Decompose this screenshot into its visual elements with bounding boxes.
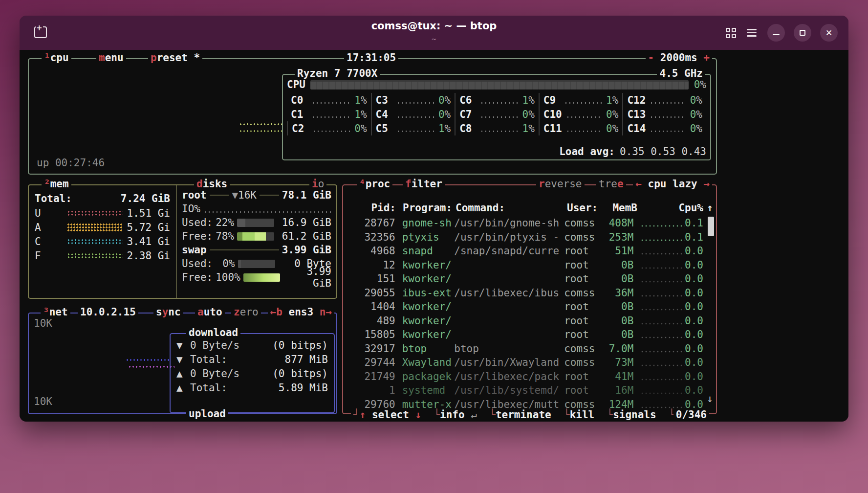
swap-free-label: Free: xyxy=(182,271,213,283)
process-row[interactable]: 29744 Xwayland /usr/bin/Xwayland comss 7… xyxy=(347,356,703,370)
net-stat-name: Total: xyxy=(190,354,227,365)
process-mem: 73M xyxy=(605,357,633,368)
root-disk-size: 78.1 GiB xyxy=(282,189,331,201)
net-stat-name: 0 Byte/s xyxy=(190,339,239,351)
column-cpu[interactable]: Cpu% xyxy=(637,202,703,214)
process-program: gnome-sh xyxy=(402,217,455,229)
proc-box-title[interactable]: ⁴proc xyxy=(357,178,392,190)
process-command: /usr/libexec/ibus xyxy=(454,287,564,299)
process-user: comss xyxy=(564,357,605,368)
net-auto-toggle[interactable]: auto xyxy=(195,306,225,318)
process-program: kworker/ xyxy=(402,329,455,340)
swap-free-bar xyxy=(243,273,280,282)
core-cell: C10 0% xyxy=(539,107,623,121)
tabs-overview-icon[interactable] xyxy=(726,28,736,38)
core-name: C3 xyxy=(376,94,392,106)
core-cell: C13 0% xyxy=(622,107,706,121)
proc-reverse-toggle[interactable]: reverse xyxy=(536,178,585,190)
process-user: root xyxy=(564,329,605,340)
maximize-button[interactable] xyxy=(794,24,811,42)
proc-footer-actions[interactable]: ┘↑ select ↓ └info ↵ └terminate └kill └si… xyxy=(351,408,690,421)
process-cpu-graph xyxy=(640,322,685,325)
swap-free-percent: 100% xyxy=(216,271,240,283)
root-disk-label: root xyxy=(182,189,207,201)
process-row[interactable]: 4968 snapd /snap/snapd/curre root 51M 0.… xyxy=(347,244,703,258)
process-pid: 21749 xyxy=(347,371,395,382)
proc-column-headers[interactable]: Pid: Program: Command: User: MemB Cpu% xyxy=(347,202,703,214)
scroll-down-icon[interactable]: ↓ xyxy=(707,393,713,404)
net-sync-toggle[interactable]: sync xyxy=(153,306,183,318)
process-program: ptyxis xyxy=(402,231,455,243)
mem-row-label: A xyxy=(35,222,51,233)
mem-row-value: 1.51 Gi xyxy=(123,207,170,219)
process-row[interactable]: 12 kworker/ root 0B 0.0 xyxy=(347,258,703,272)
mem-total-label: Total: xyxy=(35,193,72,204)
process-mem: 36M xyxy=(605,287,633,299)
close-button[interactable]: ✕ xyxy=(820,24,838,42)
net-box-title[interactable]: ³net xyxy=(41,306,70,318)
process-cpu: 0.0 xyxy=(685,329,703,340)
direction-arrow-icon: ▲ xyxy=(176,368,190,380)
core-name: C5 xyxy=(376,123,392,134)
proc-tree-toggle[interactable]: tree xyxy=(596,178,626,190)
process-user: comss xyxy=(564,231,605,243)
mem-row-graph xyxy=(67,210,123,216)
process-cpu-graph xyxy=(640,364,685,367)
process-row[interactable]: 32917 btop btop comss 7.0M 0.0 xyxy=(347,342,703,356)
process-row[interactable]: 21749 packagek /usr/libexec/pack root 41… xyxy=(347,370,703,384)
core-usage-graph xyxy=(396,116,434,118)
process-row[interactable]: 1 systemd /usr/lib/systemd/ root 16M 0.0 xyxy=(347,383,703,398)
core-cell: C2 0% xyxy=(287,121,371,135)
process-row[interactable]: 489 kworker/ root 0B 0.0 xyxy=(347,314,703,328)
process-mem: 0B xyxy=(605,301,633,313)
core-usage-graph xyxy=(312,130,350,133)
core-name: C12 xyxy=(627,94,646,106)
cpu-box-title[interactable]: ¹cpu xyxy=(42,51,71,64)
core-usage-graph xyxy=(480,130,518,133)
free-bar xyxy=(237,232,274,241)
swap-header: swap 3.99 GiB xyxy=(182,243,331,257)
core-percent: 1% xyxy=(522,123,535,134)
sort-direction-icon[interactable]: ↑ xyxy=(707,202,713,214)
cpu-core-panel: Ryzen 7 7700X 4.5 GHz CPU 0% C0 1% xyxy=(282,74,711,160)
preset-button[interactable]: preset * xyxy=(148,51,202,64)
process-cpu-graph xyxy=(640,392,685,395)
core-percent: 1% xyxy=(354,94,367,106)
process-row[interactable]: 29055 ibus-ext /usr/libexec/ibus comss 3… xyxy=(347,286,703,300)
process-user: root xyxy=(564,315,605,327)
process-row[interactable]: 32356 ptyxis /usr/bin/ptyxis - comss 253… xyxy=(347,230,703,245)
process-row[interactable]: 151 kworker/ root 0B 0.0 xyxy=(347,272,703,286)
process-pid: 151 xyxy=(347,273,395,285)
process-row[interactable]: 15805 kworker/ root 0B 0.0 xyxy=(347,328,703,342)
process-cpu-graph xyxy=(640,267,685,269)
mem-row-value: 3.41 Gi xyxy=(123,236,170,247)
menu-button[interactable]: menu xyxy=(96,51,126,64)
column-program[interactable]: Program: xyxy=(403,202,456,214)
core-name: C13 xyxy=(627,109,646,120)
proc-filter-button[interactable]: filter xyxy=(403,178,445,190)
download-graph xyxy=(126,359,170,362)
cpu-frequency-label: 4.5 GHz xyxy=(657,67,705,80)
column-command[interactable]: Command: xyxy=(456,202,567,214)
minimize-button[interactable] xyxy=(767,24,785,42)
process-mem: 0B xyxy=(605,329,633,340)
column-memb[interactable]: MemB xyxy=(608,202,637,214)
uptime-label: up 00:27:46 xyxy=(37,157,105,169)
update-interval-control[interactable]: - 2000ms + xyxy=(646,51,712,64)
column-user[interactable]: User: xyxy=(567,202,608,214)
process-cpu: 0.1 xyxy=(685,231,703,243)
proc-sort-selector[interactable]: ← cpu lazy → xyxy=(633,178,712,190)
cpu-usage-graph xyxy=(239,123,282,126)
mem-row-graph xyxy=(67,253,123,259)
net-interface-selector[interactable]: ←b ens3 n→ xyxy=(268,306,334,318)
core-percent: 1% xyxy=(354,109,367,120)
process-cpu-graph xyxy=(640,239,685,242)
proc-scrollbar[interactable] xyxy=(708,217,714,236)
menu-icon[interactable] xyxy=(745,27,759,39)
net-stats-panel: download upload ▼ 0 Byte/s (0 bitps) ▼ T… xyxy=(170,333,335,413)
column-pid[interactable]: Pid: xyxy=(347,202,396,214)
core-cell: C3 0% xyxy=(371,93,455,107)
process-row[interactable]: 1404 kworker/ root 0B 0.0 xyxy=(347,300,703,314)
process-row[interactable]: 28767 gnome-sh /usr/bin/gnome-sh comss 4… xyxy=(347,216,703,230)
net-zero-toggle[interactable]: zero xyxy=(231,306,261,318)
